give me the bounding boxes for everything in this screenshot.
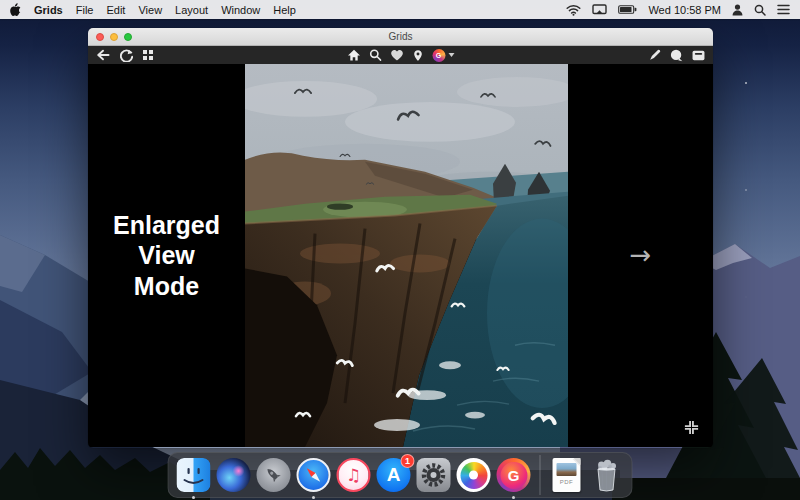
minimize-button[interactable] bbox=[110, 33, 118, 41]
gear-icon bbox=[417, 458, 451, 492]
dock-safari[interactable] bbox=[296, 457, 332, 493]
siri-icon bbox=[217, 458, 251, 492]
user-icon[interactable] bbox=[732, 4, 743, 16]
spotlight-search-icon[interactable] bbox=[754, 4, 766, 16]
locations-pin-icon[interactable] bbox=[412, 49, 423, 62]
chevron-down-icon bbox=[448, 53, 454, 57]
zoom-button[interactable] bbox=[124, 33, 132, 41]
pdf-document-icon: PDF bbox=[553, 458, 581, 492]
dock-photos[interactable] bbox=[456, 457, 492, 493]
desktop: Grids File Edit View Layout Window Help … bbox=[0, 0, 800, 500]
apple-menu-icon[interactable] bbox=[10, 3, 21, 16]
dock-finder[interactable] bbox=[176, 457, 212, 493]
left-panel: Enlarged View Mode bbox=[88, 64, 245, 447]
notification-badge: 1 bbox=[401, 454, 415, 468]
refresh-icon[interactable] bbox=[120, 49, 133, 62]
dock-itunes[interactable]: ♫ bbox=[336, 457, 372, 493]
menu-clock[interactable]: Wed 10:58 PM bbox=[648, 4, 721, 16]
menu-edit[interactable]: Edit bbox=[106, 4, 125, 16]
menu-view[interactable]: View bbox=[138, 4, 162, 16]
safari-compass-icon bbox=[297, 458, 331, 492]
running-indicator bbox=[192, 496, 195, 499]
battery-icon[interactable] bbox=[618, 5, 637, 14]
wifi-icon[interactable] bbox=[566, 4, 581, 16]
dock-grids[interactable]: G bbox=[496, 457, 532, 493]
itunes-note-icon: ♫ bbox=[337, 458, 371, 492]
window-title: Grids bbox=[389, 31, 413, 42]
inbox-icon[interactable] bbox=[692, 50, 705, 61]
menu-window[interactable]: Window bbox=[221, 4, 260, 16]
launchpad-rocket-icon bbox=[257, 458, 291, 492]
menu-file[interactable]: File bbox=[76, 4, 94, 16]
account-avatar-icon: G bbox=[432, 49, 445, 62]
dock-system-preferences[interactable] bbox=[416, 457, 452, 493]
display-mirroring-icon[interactable] bbox=[592, 4, 607, 15]
menu-bar: Grids File Edit View Layout Window Help … bbox=[0, 0, 800, 19]
trash-full-icon bbox=[592, 458, 622, 492]
dock-trash[interactable] bbox=[589, 457, 625, 493]
dock: ♫ A 1 G bbox=[168, 452, 633, 498]
grids-window: Grids bbox=[88, 28, 713, 448]
dock-separator bbox=[540, 455, 541, 495]
dock-launchpad[interactable] bbox=[256, 457, 292, 493]
home-icon[interactable] bbox=[347, 49, 360, 61]
menu-app-name[interactable]: Grids bbox=[34, 4, 63, 16]
menu-layout[interactable]: Layout bbox=[175, 4, 208, 16]
dock-siri[interactable] bbox=[216, 457, 252, 493]
compose-pen-icon[interactable] bbox=[649, 49, 661, 61]
exit-enlarged-view-icon[interactable] bbox=[683, 419, 700, 440]
traffic-lights bbox=[96, 33, 132, 41]
likes-heart-icon[interactable] bbox=[390, 49, 403, 61]
close-button[interactable] bbox=[96, 33, 104, 41]
dock-pdf-document[interactable]: PDF bbox=[549, 457, 585, 493]
back-icon[interactable] bbox=[96, 49, 110, 61]
running-indicator bbox=[312, 496, 315, 499]
photos-pinwheel-icon bbox=[457, 458, 491, 492]
next-photo-button[interactable]: → bbox=[630, 239, 652, 269]
comments-icon[interactable] bbox=[670, 49, 683, 62]
enlarged-view-mode-label: Enlarged View Mode bbox=[113, 210, 220, 302]
search-icon[interactable] bbox=[369, 49, 381, 61]
grids-app-icon: G bbox=[497, 458, 531, 492]
photo-sea-cliffs bbox=[245, 64, 568, 447]
content-area: Enlarged View Mode bbox=[88, 64, 713, 447]
account-menu[interactable]: G bbox=[432, 49, 454, 62]
window-titlebar[interactable]: Grids bbox=[88, 28, 713, 46]
dock-app-store[interactable]: A 1 bbox=[376, 457, 412, 493]
menu-help[interactable]: Help bbox=[273, 4, 296, 16]
window-toolbar: G bbox=[88, 46, 713, 64]
running-indicator bbox=[512, 496, 515, 499]
notification-center-icon[interactable] bbox=[777, 4, 790, 15]
grid-view-icon[interactable] bbox=[143, 50, 153, 60]
right-panel: → bbox=[568, 64, 713, 447]
